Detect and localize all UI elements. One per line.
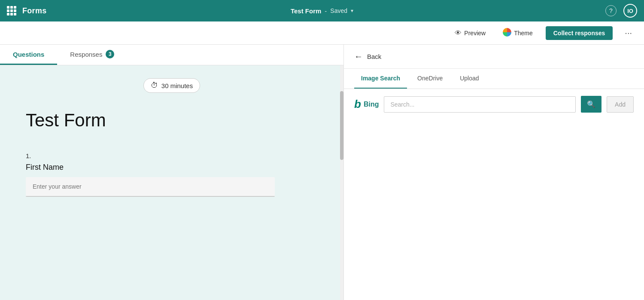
image-results-area (344, 119, 644, 300)
more-options-button[interactable]: ··· (621, 26, 635, 40)
scrollbar-track (340, 65, 343, 300)
responses-count-badge: 3 (106, 50, 114, 58)
topbar-right: ? IO (605, 4, 637, 18)
tab-image-search[interactable]: Image Search (354, 69, 407, 89)
bing-logo: b Bing (354, 98, 379, 111)
saved-chevron-icon[interactable]: ▾ (351, 8, 353, 14)
timer-label: 30 minutes (161, 82, 193, 89)
questions-tab-label: Questions (13, 51, 44, 58)
tab-bar: Questions Responses 3 (0, 45, 343, 65)
app-launcher-icon[interactable] (7, 6, 16, 15)
form-title-topbar: Test Form (291, 7, 321, 15)
back-label: Back (367, 53, 381, 60)
left-panel: Questions Responses 3 ⏱ 30 minutes Test … (0, 45, 343, 300)
tab-upload[interactable]: Upload (453, 69, 486, 89)
saved-status: Saved (330, 7, 347, 14)
timer-badge: ⏱ 30 minutes (143, 78, 200, 93)
search-input-wrapper (384, 96, 576, 113)
bing-b-icon: b (354, 98, 361, 111)
avatar[interactable]: IO (623, 4, 637, 18)
theme-label: Theme (514, 30, 533, 37)
help-button[interactable]: ? (605, 5, 617, 16)
responses-tab-label: Responses (70, 51, 102, 58)
timer-row: ⏱ 30 minutes (26, 78, 318, 93)
image-source-tabs: Image Search OneDrive Upload (344, 69, 644, 89)
search-submit-button[interactable]: 🔍 (581, 96, 601, 113)
tab-responses[interactable]: Responses 3 (57, 45, 127, 65)
tab-questions[interactable]: Questions (0, 45, 57, 65)
add-button[interactable]: Add (607, 96, 634, 113)
topbar-dash: - (325, 7, 327, 15)
bing-label: Bing (364, 101, 379, 108)
main-area: Questions Responses 3 ⏱ 30 minutes Test … (0, 45, 644, 300)
preview-icon: 👁 (455, 29, 462, 37)
preview-label: Preview (464, 30, 486, 37)
search-icon: 🔍 (587, 101, 595, 108)
upload-tab-label: Upload (460, 75, 479, 82)
topbar: Forms Test Form - Saved ▾ ? IO (0, 0, 644, 21)
question-1-text: First Name (26, 163, 318, 172)
back-arrow-icon: ← (354, 52, 363, 61)
search-area: b Bing 🔍 Add (344, 89, 644, 119)
image-search-tab-label: Image Search (361, 75, 400, 82)
question-1-number: 1. (26, 152, 318, 159)
question-1: 1. First Name (26, 152, 318, 197)
onedrive-tab-label: OneDrive (417, 75, 443, 82)
secondary-toolbar: 👁 Preview Theme Collect responses ··· (0, 21, 644, 45)
theme-button[interactable]: Theme (498, 25, 537, 40)
topbar-center: Test Form - Saved ▾ (291, 7, 353, 15)
app-name: Forms (22, 6, 47, 15)
collect-responses-button[interactable]: Collect responses (546, 26, 613, 40)
tab-onedrive[interactable]: OneDrive (410, 69, 450, 89)
back-button[interactable]: ← Back (344, 45, 644, 69)
form-content: ⏱ 30 minutes Test Form 1. First Name (0, 65, 343, 300)
right-panel: ← Back Image Search OneDrive Upload b Bi… (343, 45, 644, 300)
search-input[interactable] (384, 96, 576, 113)
preview-button[interactable]: 👁 Preview (450, 27, 490, 40)
form-title: Test Form (26, 110, 318, 131)
scrollbar-thumb[interactable] (340, 91, 343, 160)
theme-icon (503, 28, 511, 38)
question-1-input[interactable] (26, 177, 275, 197)
timer-icon: ⏱ (151, 81, 158, 90)
